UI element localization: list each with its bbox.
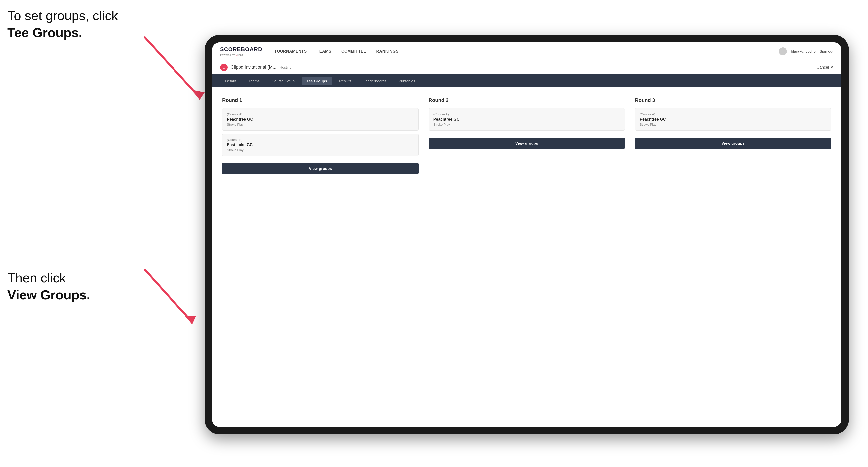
rounds-container: Round 1 (Course A) Peachtree GC Stroke P… bbox=[222, 97, 831, 174]
round-1-course-b-format: Stroke Play bbox=[227, 148, 414, 152]
logo-area: SCOREBOARD Powered by clippit bbox=[220, 46, 262, 57]
tab-details[interactable]: Details bbox=[220, 77, 242, 85]
arrow-tee-groups bbox=[132, 30, 212, 105]
instruction-bottom: Then click View Groups. bbox=[7, 270, 90, 303]
nav-rankings[interactable]: RANKINGS bbox=[376, 49, 399, 54]
round-2-view-groups-button[interactable]: View groups bbox=[429, 137, 625, 149]
tournament-name: Clippd Invitational (M... Hosting bbox=[231, 65, 816, 70]
instruction-top-bold: Tee Groups. bbox=[7, 26, 82, 40]
round-1-course-a-format: Stroke Play bbox=[227, 123, 414, 126]
cancel-button[interactable]: Cancel ✕ bbox=[816, 65, 833, 70]
round-2-course-a: (Course A) Peachtree GC Stroke Play bbox=[429, 108, 625, 130]
round-1-course-b: (Course B) East Lake GC Stroke Play bbox=[222, 133, 418, 156]
round-1-column: Round 1 (Course A) Peachtree GC Stroke P… bbox=[222, 97, 418, 174]
round-1-course-a-name: Peachtree GC bbox=[227, 117, 414, 122]
round-3-title: Round 3 bbox=[635, 97, 831, 103]
round-2-course-a-format: Stroke Play bbox=[433, 123, 620, 126]
tab-printables[interactable]: Printables bbox=[394, 77, 421, 85]
top-nav: SCOREBOARD Powered by clippit TOURNAMENT… bbox=[212, 42, 841, 60]
round-2-column: Round 2 (Course A) Peachtree GC Stroke P… bbox=[429, 97, 625, 174]
round-3-column: Round 3 (Course A) Peachtree GC Stroke P… bbox=[635, 97, 831, 174]
logo-text: SCOREBOARD bbox=[220, 46, 262, 53]
round-3-course-a-label: (Course A) bbox=[640, 112, 827, 116]
tab-teams[interactable]: Teams bbox=[244, 77, 265, 85]
tab-tee-groups[interactable]: Tee Groups bbox=[302, 77, 332, 85]
arrow-view-groups bbox=[132, 262, 197, 332]
round-1-view-groups-button[interactable]: View groups bbox=[222, 163, 418, 174]
svg-marker-1 bbox=[192, 90, 205, 100]
nav-teams[interactable]: TEAMS bbox=[317, 49, 332, 54]
sub-nav: C Clippd Invitational (M... Hosting Canc… bbox=[212, 60, 841, 74]
svg-line-2 bbox=[145, 270, 190, 319]
logo-scoreboard: SCOREBOARD bbox=[220, 46, 262, 53]
main-content: Round 1 (Course A) Peachtree GC Stroke P… bbox=[212, 87, 841, 427]
svg-marker-3 bbox=[185, 316, 196, 324]
instruction-top-line1: To set groups, click bbox=[7, 8, 118, 23]
tablet-screen: SCOREBOARD Powered by clippit TOURNAMENT… bbox=[212, 42, 841, 427]
user-avatar bbox=[779, 48, 787, 55]
nav-tournaments[interactable]: TOURNAMENTS bbox=[274, 49, 307, 54]
instruction-bottom-bold: View Groups. bbox=[7, 287, 90, 302]
round-3-course-a: (Course A) Peachtree GC Stroke Play bbox=[635, 108, 831, 130]
round-1-course-b-name: East Lake GC bbox=[227, 143, 414, 147]
tablet: SCOREBOARD Powered by clippit TOURNAMENT… bbox=[205, 35, 849, 434]
round-1-course-a-label: (Course A) bbox=[227, 112, 414, 116]
round-1-title: Round 1 bbox=[222, 97, 418, 103]
round-1-course-a: (Course A) Peachtree GC Stroke Play bbox=[222, 108, 418, 130]
tab-bar: Details Teams Course Setup Tee Groups Re… bbox=[212, 74, 841, 87]
nav-committee[interactable]: COMMITTEE bbox=[341, 49, 367, 54]
instruction-bottom-line1: Then click bbox=[7, 271, 66, 285]
round-3-course-a-format: Stroke Play bbox=[640, 123, 827, 126]
tournament-logo: C bbox=[220, 64, 228, 71]
round-2-title: Round 2 bbox=[429, 97, 625, 103]
round-1-course-b-label: (Course B) bbox=[227, 138, 414, 142]
round-2-course-a-label: (Course A) bbox=[433, 112, 620, 116]
round-3-course-a-name: Peachtree GC bbox=[640, 117, 827, 122]
svg-line-0 bbox=[145, 37, 197, 95]
tab-leaderboards[interactable]: Leaderboards bbox=[359, 77, 392, 85]
logo-sub: Powered by clippit bbox=[220, 53, 262, 57]
top-nav-links: TOURNAMENTS TEAMS COMMITTEE RANKINGS bbox=[274, 49, 779, 54]
top-nav-right: blair@clippd.io Sign out bbox=[779, 48, 833, 55]
tab-results[interactable]: Results bbox=[334, 77, 356, 85]
tab-course-setup[interactable]: Course Setup bbox=[267, 77, 300, 85]
round-2-course-a-name: Peachtree GC bbox=[433, 117, 620, 122]
hosting-badge: Hosting bbox=[280, 65, 291, 69]
instruction-top: To set groups, click Tee Groups. bbox=[7, 7, 118, 41]
user-email: blair@clippd.io bbox=[791, 49, 815, 54]
round-3-view-groups-button[interactable]: View groups bbox=[635, 137, 831, 149]
sign-out-link[interactable]: Sign out bbox=[819, 49, 833, 54]
